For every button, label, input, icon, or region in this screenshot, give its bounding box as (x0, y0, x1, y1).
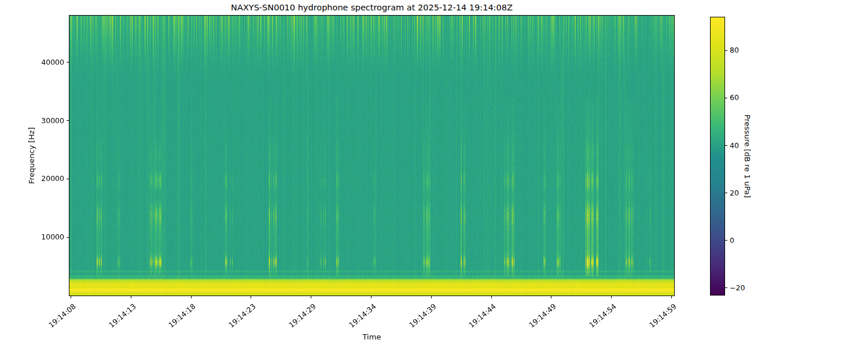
x-tick-mark (431, 296, 432, 298)
colorbar-tick-mark (725, 98, 727, 98)
x-tick-mark (311, 296, 311, 298)
x-tick-label: 19:14:18 (123, 300, 192, 308)
x-tick-mark (611, 296, 612, 298)
colorbar-tick-label: −20 (730, 284, 756, 292)
plot-title: NAXYS-SN0010 hydrophone spectrogram at 2… (69, 3, 674, 12)
x-tick-label: 19:14:54 (543, 300, 612, 308)
x-tick-label-text: 19:14:59 (648, 302, 678, 330)
x-tick-mark (671, 296, 672, 298)
x-tick-label: 19:14:23 (182, 300, 252, 308)
y-tick-label: 40000 (30, 58, 64, 67)
y-tick-mark (67, 62, 69, 62)
colorbar-tick-mark (725, 287, 727, 288)
y-tick-label: 30000 (30, 117, 64, 125)
y-axis-label: Frequency [Hz] (27, 127, 36, 184)
spectrogram-figure: NAXYS-SN0010 hydrophone spectrogram at 2… (0, 0, 868, 347)
y-tick-mark (67, 120, 69, 121)
colorbar-tick-mark (725, 240, 727, 241)
y-tick-label: 10000 (30, 233, 64, 241)
x-tick-label: 19:14:39 (363, 300, 432, 308)
x-tick-label: 19:14:44 (423, 300, 492, 308)
y-tick-mark (67, 237, 69, 238)
x-tick-label: 19:14:49 (483, 300, 552, 308)
x-tick-mark (191, 296, 192, 298)
x-tick-mark (371, 296, 372, 298)
x-tick-mark (551, 296, 551, 298)
x-tick-mark (251, 296, 251, 298)
x-tick-mark (491, 296, 492, 298)
colorbar-tick-mark (725, 50, 727, 51)
x-tick-label: 19:14:59 (603, 300, 672, 308)
colorbar-label: Pressure [dB re 1 uPa] (743, 115, 752, 198)
colorbar-tick-label: 80 (730, 46, 756, 54)
colorbar-tick-mark (725, 145, 727, 146)
x-tick-label: 19:14:08 (2, 300, 72, 308)
x-tick-mark (71, 296, 71, 298)
colorbar-tick-mark (725, 193, 727, 193)
x-tick-label: 19:14:13 (62, 300, 132, 308)
colorbar (710, 17, 725, 296)
y-tick-mark (67, 179, 69, 179)
spectrogram-heatmap (69, 16, 674, 296)
colorbar-tick-label: 0 (730, 237, 756, 245)
x-tick-label: 19:14:29 (242, 300, 312, 308)
x-tick-mark (131, 296, 131, 298)
colorbar-tick-label: 60 (730, 94, 756, 102)
x-tick-label: 19:14:34 (303, 300, 372, 308)
plot-area (69, 15, 675, 296)
x-axis-label: Time (69, 333, 674, 341)
